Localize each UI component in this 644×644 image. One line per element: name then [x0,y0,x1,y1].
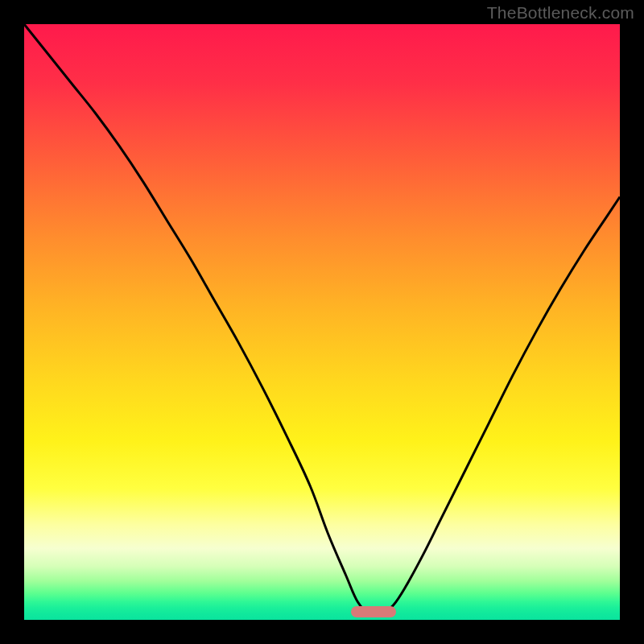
optimum-marker [351,606,396,617]
curve-path [24,24,620,615]
bottleneck-curve [24,24,620,620]
plot-area [24,24,620,620]
chart-container: TheBottleneck.com [0,0,644,644]
attribution-label: TheBottleneck.com [487,3,634,23]
